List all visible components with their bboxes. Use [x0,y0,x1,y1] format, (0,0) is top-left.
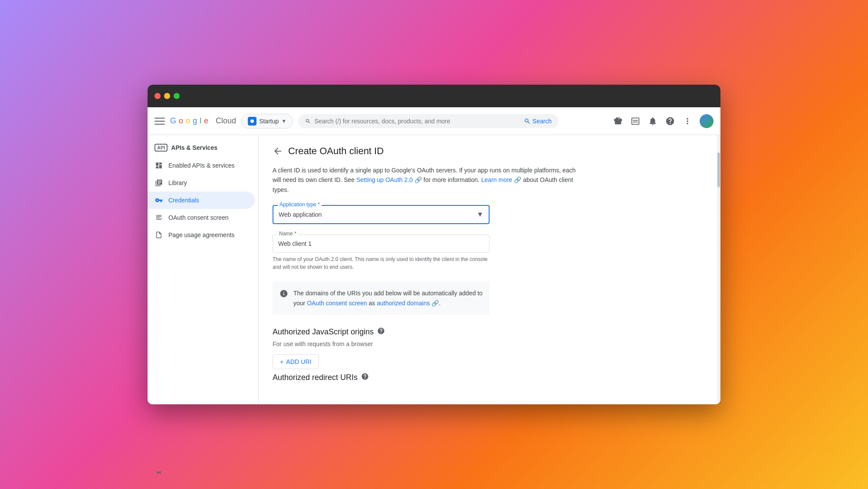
console-icon[interactable] [630,116,641,126]
sidebar-header: API APIs & Services [148,139,258,157]
help-icon[interactable] [665,116,675,126]
info-box: The domains of the URIs you add below wi… [273,281,490,315]
minimize-button[interactable] [164,93,170,99]
nav-icons [613,114,713,128]
sidebar-item-enabled-apis[interactable]: Enabled APIs & services [148,157,255,174]
sidebar-item-library[interactable]: Library [148,174,255,192]
gift-icon[interactable] [613,116,623,126]
search-icon [305,118,311,125]
description-text: A client ID is used to identify a single… [273,165,585,195]
name-hint: The name of your OAuth 2.0 client. This … [273,255,490,271]
maximize-button[interactable] [174,93,180,99]
sidebar-item-label: Library [168,179,187,186]
app-type-field-container: Application type * Web application Andro… [273,205,490,224]
js-origins-title-text: Authorized JavaScript origins [273,327,374,337]
redirect-uris-title: Authorized redirect URIs [273,373,703,383]
sidebar-item-label: Page usage agreements [168,231,235,238]
chevron-down-icon: ▼ [281,118,286,124]
learn-more-link[interactable]: Learn more [481,176,513,183]
app-type-select[interactable]: Web application Android Chrome Extension… [279,209,483,220]
add-uri-label: ADD URI [286,358,312,365]
browser-window: Google Cloud Startup ▼ Search [148,85,720,404]
svg-point-0 [250,119,254,123]
js-origins-title: Authorized JavaScript origins [273,327,703,337]
project-name: Startup [259,118,279,125]
agreements-icon [155,231,163,239]
name-label: Name * [277,231,298,237]
sidebar-item-credentials[interactable]: Credentials [148,192,255,209]
sidebar-item-label: Credentials [168,197,199,204]
title-bar [148,85,720,107]
scrollbar-track[interactable] [717,135,720,404]
content-header: Create OAuth client ID [273,145,703,157]
sidebar-item-page-usage[interactable]: Page usage agreements [148,226,255,244]
sidebar-item-oauth-consent[interactable]: OAuth consent screen [148,209,255,226]
search-icon-btn [524,118,531,125]
app-type-field-group: Application type * Web application Andro… [273,205,490,224]
sidebar-title: APIs & Services [171,144,217,151]
google-cloud-logo: Google Cloud [170,116,236,126]
name-input[interactable] [278,238,484,249]
traffic-lights [155,93,180,99]
add-uri-plus-icon: + [280,358,283,365]
library-icon [155,178,163,187]
content-area: Create OAuth client ID A client ID is us… [259,135,717,404]
search-button[interactable]: Search [524,118,552,125]
js-origins-section: Authorized JavaScript origins For use wi… [273,327,703,369]
project-selector[interactable]: Startup ▼ [241,114,293,129]
name-field-group: Name * The name of your OAuth 2.0 client… [273,235,490,271]
sidebar-item-label: Enabled APIs & services [168,162,235,169]
search-input[interactable] [315,118,520,125]
user-avatar[interactable] [700,114,713,128]
back-button[interactable] [273,146,283,156]
close-button[interactable] [155,93,161,99]
add-uri-button[interactable]: + ADD URI [273,354,319,369]
main-layout: API APIs & Services Enabled APIs & servi… [148,135,720,404]
search-btn-label: Search [533,118,552,125]
notifications-icon[interactable] [648,116,658,126]
hamburger-menu[interactable] [155,116,165,126]
setup-oauth-link[interactable]: Setting up OAuth 2.0 [356,176,413,183]
redirect-uris-section: Authorized redirect URIs [273,373,703,383]
scrollbar-thumb[interactable] [717,152,720,187]
project-icon [248,117,256,126]
key-icon [155,196,163,205]
authorized-domains-link[interactable]: authorized domains [377,300,430,307]
dashboard-icon [155,161,163,170]
info-icon [279,289,288,300]
redirect-uris-help-icon[interactable] [361,373,369,383]
app-type-label: Application type * [278,202,322,208]
name-field-container: Name * [273,235,490,253]
consent-icon [155,213,163,222]
search-bar: Search [298,114,559,128]
js-origins-help-icon[interactable] [377,327,385,337]
api-badge: API [155,144,168,152]
oauth-consent-link[interactable]: OAuth consent screen [307,300,367,307]
more-icon[interactable] [682,116,693,126]
sidebar: API APIs & Services Enabled APIs & servi… [148,135,259,404]
page-title: Create OAuth client ID [288,145,384,157]
top-nav: Google Cloud Startup ▼ Search [148,107,720,135]
js-origins-desc: For use with requests from a browser [273,340,703,347]
redirect-uris-title-text: Authorized redirect URIs [273,373,358,382]
info-text: The domains of the URIs you add below wi… [293,288,483,308]
sidebar-item-label: OAuth consent screen [168,214,229,221]
